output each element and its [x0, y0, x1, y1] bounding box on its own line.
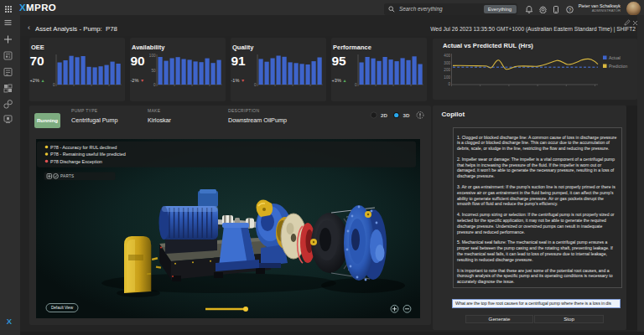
svg-text:P78 - Remaining useful life pr: P78 - Remaining useful life predicted [50, 152, 126, 157]
svg-text:100: 100 [148, 54, 155, 58]
svg-text:0: 0 [354, 82, 356, 86]
svg-text:50: 50 [151, 68, 156, 72]
svg-text:P78 Discharge Exception: P78 Discharge Exception [50, 158, 102, 163]
svg-text:100: 100 [444, 75, 450, 80]
svg-text:0: 0 [448, 82, 450, 86]
svg-text:?: ? [569, 8, 571, 13]
svg-text:400: 400 [444, 54, 450, 58]
svg-text:Default View: Default View [51, 306, 74, 310]
svg-text:0: 0 [253, 82, 256, 86]
svg-text:Prediction: Prediction [609, 64, 627, 69]
svg-text:X: X [7, 317, 13, 326]
svg-text:300: 300 [444, 61, 450, 65]
svg-text:0: 0 [153, 82, 155, 86]
svg-text:PARTS: PARTS [60, 174, 74, 178]
svg-text:P78 - Accuracy for RUL decline: P78 - Accuracy for RUL declined [50, 144, 117, 149]
svg-text:2D: 2D [381, 112, 387, 118]
svg-text:3D: 3D [403, 112, 410, 118]
svg-text:Actual: Actual [609, 55, 621, 60]
svg-text:200: 200 [444, 68, 450, 72]
svg-text:0: 0 [52, 82, 55, 86]
